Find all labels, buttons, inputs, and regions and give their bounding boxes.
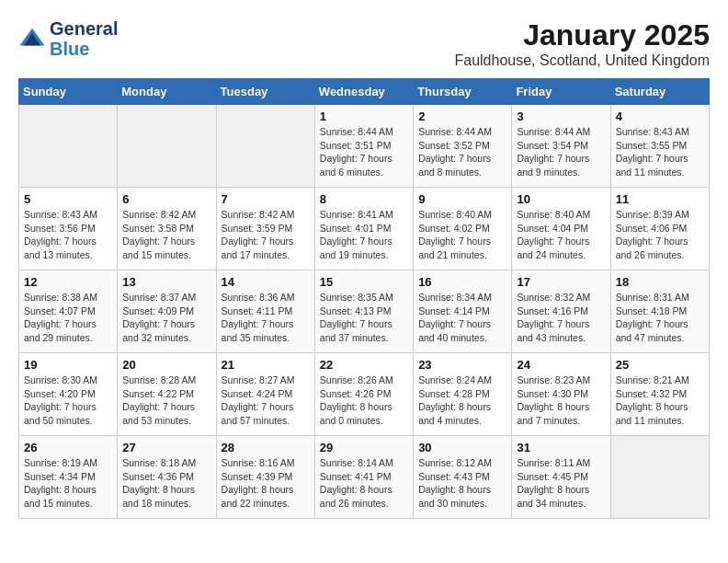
day-info: Sunrise: 8:11 AMSunset: 4:45 PMDaylight:…: [517, 456, 605, 511]
day-info: Sunrise: 8:40 AMSunset: 4:04 PMDaylight:…: [517, 208, 605, 262]
day-info: Sunrise: 8:36 AMSunset: 4:11 PMDaylight:…: [222, 291, 310, 345]
calendar-cell: 29 Sunrise: 8:14 AMSunset: 4:41 PMDaylig…: [314, 436, 413, 519]
day-info: Sunrise: 8:27 AMSunset: 4:24 PMDaylight:…: [222, 373, 310, 428]
calendar-cell: [216, 105, 314, 188]
day-number: 7: [222, 192, 310, 206]
calendar-cell: [610, 436, 709, 519]
title-area: January 2025 Fauldhouse, Scotland, Unite…: [454, 18, 710, 69]
location-title: Fauldhouse, Scotland, United Kingdom: [454, 52, 710, 69]
day-number: 27: [122, 441, 210, 454]
day-number: 16: [418, 275, 506, 289]
day-number: 21: [222, 358, 310, 372]
calendar-cell: [19, 105, 118, 188]
calendar-cell: 12 Sunrise: 8:38 AMSunset: 4:07 PMDaylig…: [19, 270, 118, 353]
day-number: 25: [616, 358, 704, 372]
day-number: 17: [517, 275, 605, 289]
calendar-cell: 27 Sunrise: 8:18 AMSunset: 4:36 PMDaylig…: [118, 436, 216, 519]
day-info: Sunrise: 8:38 AMSunset: 4:07 PMDaylight:…: [24, 291, 112, 345]
calendar-cell: 14 Sunrise: 8:36 AMSunset: 4:11 PMDaylig…: [216, 270, 314, 353]
day-info: Sunrise: 8:23 AMSunset: 4:30 PMDaylight:…: [517, 373, 605, 428]
calendar-cell: 25 Sunrise: 8:21 AMSunset: 4:32 PMDaylig…: [610, 353, 709, 436]
day-number: 14: [222, 275, 310, 289]
day-number: 28: [222, 441, 310, 454]
weekday-header-saturday: Saturday: [610, 79, 709, 105]
weekday-header-friday: Friday: [512, 79, 610, 105]
weekday-header-sunday: Sunday: [19, 79, 118, 105]
calendar-cell: 15 Sunrise: 8:35 AMSunset: 4:13 PMDaylig…: [314, 270, 413, 353]
calendar-week-3: 12 Sunrise: 8:38 AMSunset: 4:07 PMDaylig…: [19, 270, 710, 353]
day-number: 2: [418, 109, 506, 123]
day-info: Sunrise: 8:12 AMSunset: 4:43 PMDaylight:…: [418, 456, 506, 511]
day-number: 24: [517, 358, 605, 372]
calendar-cell: 17 Sunrise: 8:32 AMSunset: 4:16 PMDaylig…: [512, 270, 610, 353]
day-number: 18: [616, 275, 704, 289]
calendar-cell: 2 Sunrise: 8:44 AMSunset: 3:52 PMDayligh…: [414, 105, 512, 188]
day-info: Sunrise: 8:44 AMSunset: 3:51 PMDaylight:…: [320, 125, 408, 179]
calendar-week-2: 5 Sunrise: 8:43 AMSunset: 3:56 PMDayligh…: [19, 188, 710, 270]
calendar-cell: 31 Sunrise: 8:11 AMSunset: 4:45 PMDaylig…: [512, 436, 610, 519]
calendar-cell: 20 Sunrise: 8:28 AMSunset: 4:22 PMDaylig…: [118, 353, 216, 436]
day-info: Sunrise: 8:18 AMSunset: 4:36 PMDaylight:…: [122, 456, 210, 511]
day-number: 10: [517, 192, 605, 206]
calendar-cell: 26 Sunrise: 8:19 AMSunset: 4:34 PMDaylig…: [19, 436, 118, 519]
day-info: Sunrise: 8:34 AMSunset: 4:14 PMDaylight:…: [418, 291, 506, 345]
day-info: Sunrise: 8:31 AMSunset: 4:18 PMDaylight:…: [616, 291, 704, 345]
calendar-cell: 6 Sunrise: 8:42 AMSunset: 3:58 PMDayligh…: [118, 188, 216, 270]
day-info: Sunrise: 8:16 AMSunset: 4:39 PMDaylight:…: [222, 456, 310, 511]
calendar-cell: 16 Sunrise: 8:34 AMSunset: 4:14 PMDaylig…: [414, 270, 512, 353]
calendar-cell: 30 Sunrise: 8:12 AMSunset: 4:43 PMDaylig…: [414, 436, 512, 519]
calendar-cell: 8 Sunrise: 8:41 AMSunset: 4:01 PMDayligh…: [314, 188, 413, 270]
day-number: 15: [320, 275, 408, 289]
day-info: Sunrise: 8:43 AMSunset: 3:55 PMDaylight:…: [616, 125, 704, 179]
calendar-cell: 24 Sunrise: 8:23 AMSunset: 4:30 PMDaylig…: [512, 353, 610, 436]
day-info: Sunrise: 8:35 AMSunset: 4:13 PMDaylight:…: [320, 291, 408, 345]
weekday-header-wednesday: Wednesday: [314, 79, 413, 105]
month-title: January 2025: [454, 18, 710, 52]
calendar-cell: 21 Sunrise: 8:27 AMSunset: 4:24 PMDaylig…: [216, 353, 314, 436]
day-number: 29: [320, 441, 408, 454]
calendar-cell: 22 Sunrise: 8:26 AMSunset: 4:26 PMDaylig…: [314, 353, 413, 436]
calendar-cell: 28 Sunrise: 8:16 AMSunset: 4:39 PMDaylig…: [216, 436, 314, 519]
day-number: 13: [122, 275, 210, 289]
calendar-body: 1 Sunrise: 8:44 AMSunset: 3:51 PMDayligh…: [19, 105, 710, 519]
day-number: 6: [122, 192, 210, 206]
calendar-cell: 11 Sunrise: 8:39 AMSunset: 4:06 PMDaylig…: [610, 188, 709, 270]
calendar-cell: 10 Sunrise: 8:40 AMSunset: 4:04 PMDaylig…: [512, 188, 610, 270]
day-number: 20: [122, 358, 210, 372]
day-info: Sunrise: 8:42 AMSunset: 3:58 PMDaylight:…: [122, 208, 210, 262]
calendar-cell: 19 Sunrise: 8:30 AMSunset: 4:20 PMDaylig…: [19, 353, 118, 436]
calendar-cell: 23 Sunrise: 8:24 AMSunset: 4:28 PMDaylig…: [414, 353, 512, 436]
weekday-header-row: SundayMondayTuesdayWednesdayThursdayFrid…: [19, 79, 710, 105]
day-info: Sunrise: 8:42 AMSunset: 3:59 PMDaylight:…: [222, 208, 310, 262]
calendar-week-5: 26 Sunrise: 8:19 AMSunset: 4:34 PMDaylig…: [19, 436, 710, 519]
page-header: General Blue January 2025 Fauldhouse, Sc…: [18, 18, 710, 69]
day-info: Sunrise: 8:28 AMSunset: 4:22 PMDaylight:…: [122, 373, 210, 428]
day-info: Sunrise: 8:40 AMSunset: 4:02 PMDaylight:…: [418, 208, 506, 262]
day-info: Sunrise: 8:14 AMSunset: 4:41 PMDaylight:…: [320, 456, 408, 511]
calendar-cell: 7 Sunrise: 8:42 AMSunset: 3:59 PMDayligh…: [216, 188, 314, 270]
calendar-table: SundayMondayTuesdayWednesdayThursdayFrid…: [18, 78, 710, 519]
weekday-header-thursday: Thursday: [414, 79, 512, 105]
day-info: Sunrise: 8:24 AMSunset: 4:28 PMDaylight:…: [418, 373, 506, 428]
day-info: Sunrise: 8:37 AMSunset: 4:09 PMDaylight:…: [122, 291, 210, 345]
day-info: Sunrise: 8:21 AMSunset: 4:32 PMDaylight:…: [616, 373, 704, 428]
day-info: Sunrise: 8:44 AMSunset: 3:54 PMDaylight:…: [517, 125, 605, 179]
calendar-cell: 4 Sunrise: 8:43 AMSunset: 3:55 PMDayligh…: [610, 105, 709, 188]
day-number: 26: [24, 441, 112, 454]
logo-icon: [18, 25, 46, 52]
day-number: 3: [517, 109, 605, 123]
day-number: 30: [418, 441, 506, 454]
calendar-cell: [118, 105, 216, 188]
calendar-cell: 13 Sunrise: 8:37 AMSunset: 4:09 PMDaylig…: [118, 270, 216, 353]
logo-text-line1: General: [50, 18, 118, 39]
day-info: Sunrise: 8:43 AMSunset: 3:56 PMDaylight:…: [24, 208, 112, 262]
weekday-header-monday: Monday: [118, 79, 216, 105]
calendar-week-1: 1 Sunrise: 8:44 AMSunset: 3:51 PMDayligh…: [19, 105, 710, 188]
calendar-cell: 5 Sunrise: 8:43 AMSunset: 3:56 PMDayligh…: [19, 188, 118, 270]
day-number: 4: [616, 109, 704, 123]
calendar-cell: 18 Sunrise: 8:31 AMSunset: 4:18 PMDaylig…: [610, 270, 709, 353]
day-number: 1: [320, 109, 408, 123]
day-number: 9: [418, 192, 506, 206]
day-info: Sunrise: 8:39 AMSunset: 4:06 PMDaylight:…: [616, 208, 704, 262]
day-number: 22: [320, 358, 408, 372]
